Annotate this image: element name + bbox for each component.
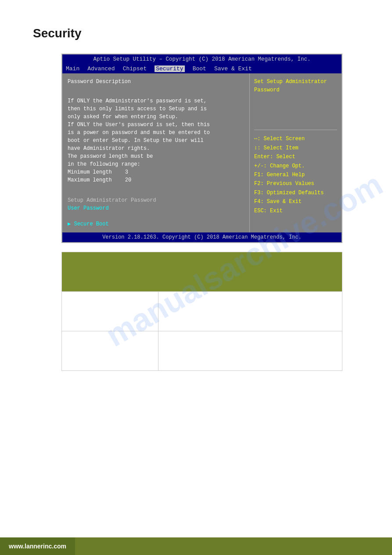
desc-line-7: have Administrator rights. [68,145,244,152]
max-length-value: 20 [125,176,131,184]
key-change-opt: +/-: Change Opt. [254,162,337,170]
menu-advanced[interactable]: Advanced [87,65,115,72]
table-row-1-col1 [62,292,158,331]
password-description-label: Password Description [68,78,244,86]
bios-menu-bar: Main Advanced Chipset Security Boot Save… [62,64,342,73]
menu-chipset[interactable]: Chipset [123,65,147,72]
key-f2: F2: Previous Values [254,179,337,188]
max-length-row: Maximum length 20 [68,176,244,184]
menu-boot[interactable]: Boot [193,65,206,72]
max-length-label: Maximum length [68,176,112,184]
bios-content-area: Password Description If ONLY the Adminis… [62,73,342,232]
secure-boot-item[interactable]: Secure Boot [68,220,244,228]
bios-title-bar: Aptio Setup Utility – Copyright (C) 2018… [62,54,342,64]
key-f1: F1: General Help [254,170,337,179]
key-f3: F3: Optimized Defaults [254,189,337,197]
desc-line-5: is a power on password and must be enter… [68,129,244,137]
table-header [62,252,342,292]
min-length-row: Minimum length 3 [68,168,244,176]
bios-screen: Aptio Setup Utility – Copyright (C) 2018… [61,54,342,243]
key-esc: ESC: Exit [254,207,337,215]
footer-url: www.lannerinc.com [9,543,66,550]
desc-line-6: boot or enter Setup. In Setup the User w… [68,137,244,145]
desc-line-8: The password length must be [68,152,244,160]
help-line-2: Password [254,86,337,94]
desc-line-1: If ONLY the Administrator's password is … [68,97,244,105]
help-line-1: Set Setup Administrator [254,78,337,86]
table-row-1-col2 [158,292,342,331]
min-length-label: Minimum length [68,168,112,176]
info-table [61,252,342,371]
bios-key-legend: ↔: Select Screen ↕: Select Item Enter: S… [254,134,337,215]
key-select-screen: ↔: Select Screen [254,134,337,143]
table-row-2-col2 [158,331,342,371]
desc-line-9: in the following range: [68,160,244,168]
menu-save-exit[interactable]: Save & Exit [214,65,252,72]
bios-help-text: Set Setup Administrator Password [254,78,337,130]
key-enter: Enter: Select [254,152,337,161]
table-row-2-col1 [62,331,158,371]
menu-security[interactable]: Security [155,65,184,72]
key-f4: F4: Save & Exit [254,197,337,206]
bios-footer: Version 2.18.1263. Copyright (C) 2018 Am… [62,232,342,242]
min-length-value: 3 [125,168,128,176]
user-password-item[interactable]: User Password [68,204,244,212]
bios-left-panel: Password Description If ONLY the Adminis… [62,73,249,232]
bios-right-panel: Set Setup Administrator Password ↔: Sele… [249,73,342,232]
page-footer: www.lannerinc.com [0,537,392,555]
footer-stripe [75,537,392,555]
key-select-item: ↕: Select Item [254,144,337,152]
menu-main[interactable]: Main [66,65,79,72]
page-title: Security [0,0,392,54]
footer-left: www.lannerinc.com [0,537,75,555]
desc-line-2: then this only limits access to Setup an… [68,105,244,113]
desc-line-4: If ONLY the User's password is set, then… [68,121,244,129]
bios-container: Aptio Setup Utility – Copyright (C) 2018… [61,54,342,243]
admin-password-label[interactable]: Setup Administrator Password [68,196,244,204]
desc-line-3: only asked for when entering Setup. [68,113,244,121]
